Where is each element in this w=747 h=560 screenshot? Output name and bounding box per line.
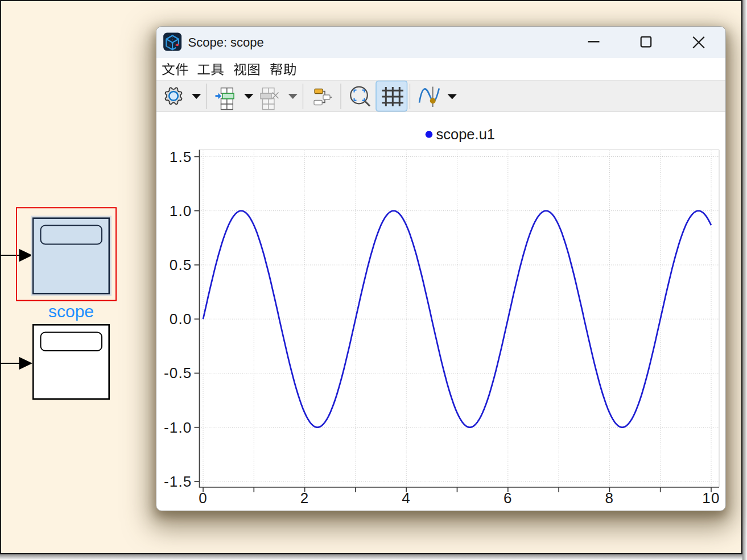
svg-text:1.0: 1.0: [169, 202, 192, 219]
svg-text:-0.5: -0.5: [163, 364, 192, 381]
svg-text:Scope: scope: Scope: scope: [188, 35, 263, 49]
svg-text:scope.u1: scope.u1: [436, 126, 495, 142]
svg-text:4: 4: [402, 490, 411, 507]
svg-text:1.5: 1.5: [169, 148, 192, 165]
svg-text:-1.5: -1.5: [163, 473, 192, 490]
svg-text:0.5: 0.5: [169, 256, 192, 273]
svg-text:scope: scope: [48, 302, 94, 321]
svg-text:8: 8: [605, 490, 614, 507]
svg-text:10: 10: [702, 490, 720, 507]
svg-text:0: 0: [199, 490, 208, 507]
svg-text:0.0: 0.0: [169, 310, 192, 327]
svg-text:6: 6: [503, 490, 512, 507]
svg-text:-1.0: -1.0: [163, 419, 192, 436]
svg-text:2: 2: [300, 490, 309, 507]
